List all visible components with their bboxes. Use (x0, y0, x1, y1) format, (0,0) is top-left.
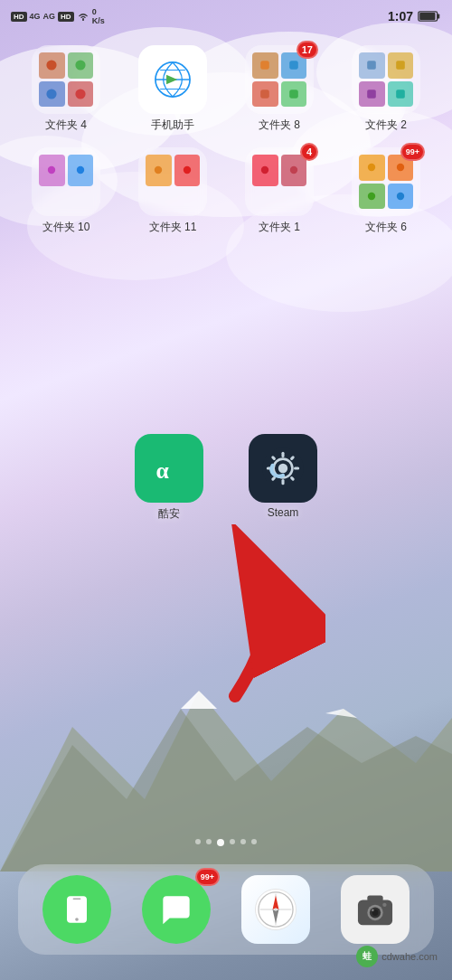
watermark-icon: 蛙 (356, 946, 378, 967)
svg-text:α: α (156, 457, 170, 484)
svg-marker-12 (325, 709, 357, 718)
svg-rect-44 (281, 452, 284, 457)
folder1-label: 文件夹 1 (259, 220, 300, 235)
steam-icon-wrap (249, 434, 317, 503)
svg-point-18 (47, 89, 57, 99)
safari-svg (252, 886, 299, 933)
app-shouji[interactable]: 手机助手 (123, 45, 222, 133)
folder11-icon-wrap (138, 147, 207, 216)
svg-point-37 (397, 164, 404, 171)
shouji-label: 手机助手 (151, 118, 194, 133)
watermark-frog: 蛙 (363, 950, 372, 963)
watermark-site: cdwahe.com (381, 951, 438, 962)
hd-badge-1: HD (11, 12, 27, 22)
app-folder1[interactable]: 4 文件夹 1 (230, 147, 329, 235)
svg-point-35 (290, 166, 297, 174)
dock-phone[interactable] (42, 875, 111, 944)
svg-point-34 (261, 166, 268, 174)
status-bar: HD 4G AG HD 0K/s 1:07 (0, 0, 452, 33)
app-folder11[interactable]: 文件夹 11 (123, 147, 222, 235)
arrow-svg (181, 524, 325, 705)
folder8-label: 文件夹 8 (259, 118, 300, 133)
app-folder4[interactable]: 文件夹 4 (16, 45, 116, 133)
dot-4 (230, 839, 235, 844)
status-left: HD 4G AG HD 0K/s (11, 7, 105, 25)
folder4-label: 文件夹 4 (45, 118, 87, 133)
svg-marker-10 (0, 709, 452, 872)
folder2-icon (352, 45, 420, 114)
battery-icon (418, 10, 441, 23)
svg-rect-29 (396, 90, 405, 99)
status-right: 1:07 (388, 9, 441, 24)
svg-rect-45 (281, 479, 284, 485)
svg-point-17 (75, 61, 85, 71)
kuan-icon: α (135, 434, 203, 503)
svg-rect-14 (438, 14, 440, 18)
steam-logo (259, 445, 306, 492)
folder4-icon (32, 45, 100, 114)
folder6-badge: 99+ (400, 143, 425, 161)
svg-point-32 (155, 166, 162, 174)
kuan-icon-wrap: α (135, 434, 203, 503)
svg-rect-22 (260, 61, 269, 70)
svg-point-39 (397, 193, 404, 200)
network-speed: 0K/s (92, 7, 105, 25)
message-badge: 99+ (195, 868, 220, 886)
hd-badge-2: HD (58, 12, 74, 22)
svg-point-36 (368, 164, 375, 171)
signal-4g: 4G (30, 12, 41, 21)
dot-5 (240, 839, 246, 844)
phone-assistant-icon (149, 56, 196, 103)
phone-svg (57, 890, 97, 929)
svg-point-38 (368, 193, 375, 200)
svg-point-66 (382, 903, 386, 907)
folder10-icon (32, 147, 100, 216)
folder10-label: 文件夹 10 (42, 220, 90, 235)
svg-point-19 (75, 89, 85, 99)
camera-icon (341, 875, 410, 944)
app-folder6[interactable]: 99+ 文件夹 6 (336, 147, 436, 235)
folder4-icon-wrap (32, 45, 100, 114)
home-screen: HD 4G AG HD 0K/s 1:07 (0, 0, 452, 980)
phone-icon (42, 875, 111, 944)
app-steam[interactable]: Steam (249, 434, 317, 522)
svg-point-65 (372, 909, 374, 912)
dock-camera[interactable] (341, 875, 410, 944)
svg-point-43 (278, 464, 287, 473)
dock-safari[interactable] (241, 875, 310, 944)
dot-2 (206, 839, 212, 844)
dot-1 (195, 839, 201, 844)
app-kuan[interactable]: α 酷安 (135, 434, 203, 522)
folder11-icon (138, 147, 207, 216)
svg-rect-27 (396, 61, 405, 70)
folder10-icon-wrap (32, 147, 100, 216)
app-grid: 文件夹 4 手机 (0, 36, 452, 244)
wifi-icon (77, 11, 89, 22)
folder1-icon-wrap: 4 (245, 147, 314, 216)
camera-svg (352, 886, 399, 933)
safari-icon (241, 875, 310, 944)
svg-point-53 (75, 918, 79, 921)
dock: 99+ (18, 864, 434, 955)
signal-ag: AG (43, 12, 56, 21)
folder2-label: 文件夹 2 (365, 118, 407, 133)
app-folder10[interactable]: 文件夹 10 (16, 147, 116, 235)
dock-message[interactable]: 99+ (142, 875, 211, 944)
svg-rect-15 (419, 13, 435, 20)
folder11-label: 文件夹 11 (149, 220, 197, 235)
svg-rect-24 (260, 90, 269, 99)
svg-point-33 (184, 166, 191, 174)
svg-point-16 (47, 61, 57, 71)
svg-marker-11 (181, 691, 217, 709)
message-svg (156, 890, 196, 929)
time-display: 1:07 (388, 9, 413, 24)
steam-icon (249, 434, 317, 503)
app-folder8[interactable]: 17 文件夹 8 (230, 45, 329, 133)
svg-rect-26 (367, 61, 376, 70)
watermark: 蛙 cdwahe.com (356, 946, 438, 967)
svg-rect-28 (367, 90, 376, 99)
folder6-label: 文件夹 6 (365, 220, 407, 235)
svg-rect-23 (289, 61, 298, 70)
app-folder2[interactable]: 文件夹 2 (336, 45, 436, 133)
shouji-icon (138, 45, 207, 114)
